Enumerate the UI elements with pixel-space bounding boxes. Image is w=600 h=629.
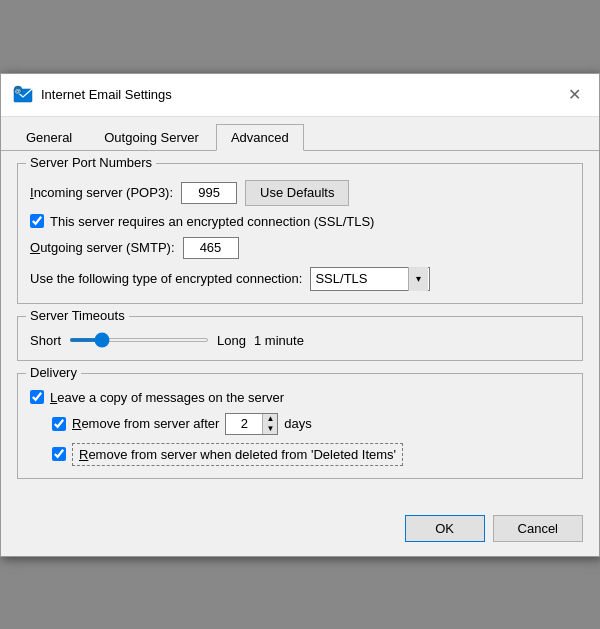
tab-content-advanced: Server Port Numbers Incoming server (POP… <box>1 151 599 507</box>
section-delivery: Delivery Leave a copy of messages on the… <box>17 373 583 479</box>
title-bar: @ Internet Email Settings ✕ <box>1 74 599 117</box>
remove-deleted-dashed: Remove from server when deleted from 'De… <box>72 443 403 466</box>
section-port-numbers-label: Server Port Numbers <box>26 155 156 170</box>
section-delivery-label: Delivery <box>26 365 81 380</box>
footer: OK Cancel <box>1 507 599 556</box>
use-defaults-button[interactable]: Use Defaults <box>245 180 349 206</box>
outgoing-server-row: Outgoing server (SMTP): <box>30 237 570 259</box>
timeout-short-label: Short <box>30 333 61 348</box>
remove-after-label: Remove from server after <box>72 416 219 431</box>
outgoing-underline: O <box>30 240 40 255</box>
section-timeouts: Server Timeouts Short Long 1 minute <box>17 316 583 361</box>
tab-outgoing-server[interactable]: Outgoing Server <box>89 124 214 151</box>
remove-after-checkbox[interactable] <box>52 417 66 431</box>
remove-deleted-row: Remove from server when deleted from 'De… <box>52 443 570 466</box>
ssl-label: This server requires an encrypted connec… <box>50 214 374 229</box>
timeout-long-label: Long <box>217 333 246 348</box>
dialog: @ Internet Email Settings ✕ General Outg… <box>0 73 600 557</box>
encryption-type-label: Use the following type of encrypted conn… <box>30 271 302 286</box>
days-input[interactable] <box>226 414 262 434</box>
encryption-type-row: Use the following type of encrypted conn… <box>30 267 570 291</box>
tab-advanced[interactable]: Advanced <box>216 124 304 151</box>
incoming-server-input[interactable] <box>181 182 237 204</box>
dialog-title: Internet Email Settings <box>41 87 172 102</box>
ssl-checkbox[interactable] <box>30 214 44 228</box>
days-increment-button[interactable]: ▲ <box>263 414 277 424</box>
days-label: days <box>284 416 311 431</box>
tab-general[interactable]: General <box>11 124 87 151</box>
remove-deleted-checkbox[interactable] <box>52 447 66 461</box>
remove-after-row: Remove from server after ▲ ▼ days <box>52 413 570 435</box>
ok-button[interactable]: OK <box>405 515 485 542</box>
timeout-slider[interactable] <box>69 338 209 342</box>
days-spinbox: ▲ ▼ <box>225 413 278 435</box>
section-timeouts-label: Server Timeouts <box>26 308 129 323</box>
encryption-dropdown-wrapper: None SSL/TLS STARTTLS Auto ▾ <box>310 267 430 291</box>
leave-copy-checkbox[interactable] <box>30 390 44 404</box>
incoming-server-row: Incoming server (POP3): Use Defaults <box>30 180 570 206</box>
ssl-checkbox-row: This server requires an encrypted connec… <box>30 214 570 229</box>
leave-copy-label: Leave a copy of messages on the server <box>50 390 284 405</box>
tabs-bar: General Outgoing Server Advanced <box>1 117 599 151</box>
section-port-numbers: Server Port Numbers Incoming server (POP… <box>17 163 583 304</box>
incoming-underline: I <box>30 185 34 200</box>
leave-copy-row: Leave a copy of messages on the server <box>30 390 570 405</box>
timeout-value: 1 minute <box>254 333 304 348</box>
days-decrement-button[interactable]: ▼ <box>263 424 277 434</box>
spinbox-buttons: ▲ ▼ <box>262 414 277 434</box>
cancel-button[interactable]: Cancel <box>493 515 583 542</box>
incoming-server-label: Incoming server (POP3): <box>30 185 173 200</box>
timeout-slider-row: Short Long 1 minute <box>30 333 570 348</box>
close-button[interactable]: ✕ <box>561 82 587 108</box>
outgoing-server-label: Outgoing server (SMTP): <box>30 240 175 255</box>
remove-deleted-label: Remove from server when deleted from 'De… <box>79 447 396 462</box>
svg-text:@: @ <box>15 88 21 94</box>
dialog-icon: @ <box>13 85 33 105</box>
encryption-dropdown[interactable]: None SSL/TLS STARTTLS Auto <box>310 267 430 291</box>
title-bar-left: @ Internet Email Settings <box>13 85 172 105</box>
outgoing-server-input[interactable] <box>183 237 239 259</box>
